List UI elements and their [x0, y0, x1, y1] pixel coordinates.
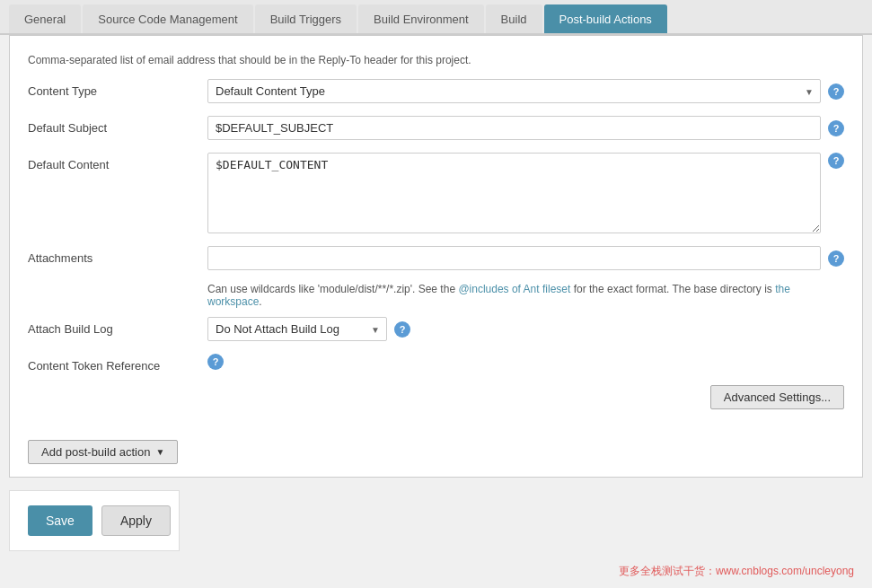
add-action-dropdown-icon: ▼ [155, 447, 164, 457]
content-type-label: Content Type [28, 79, 207, 98]
add-post-build-action-label: Add post-build action [41, 445, 150, 459]
tab-source-code-management[interactable]: Source Code Management [83, 4, 252, 33]
attach-build-log-select[interactable]: Do Not Attach Build Log Attach Build Log… [207, 317, 387, 341]
tab-build-environment[interactable]: Build Environment [358, 4, 484, 33]
default-content-field: $DEFAULT_CONTENT ? [207, 153, 844, 233]
attach-build-log-label: Attach Build Log [28, 317, 207, 336]
content-token-reference-label: Content Token Reference [28, 354, 207, 373]
tab-build-triggers[interactable]: Build Triggers [255, 4, 357, 33]
attach-build-log-field: Do Not Attach Build Log Attach Build Log… [207, 317, 844, 341]
default-subject-field: ? [207, 116, 844, 140]
attach-build-log-help-icon[interactable]: ? [394, 321, 410, 338]
attachments-hint: Can use wildcards like 'module/dist/**/*… [207, 283, 844, 308]
default-content-textarea[interactable]: $DEFAULT_CONTENT [207, 153, 821, 233]
tab-general[interactable]: General [9, 4, 81, 33]
default-subject-row: Default Subject ? [28, 116, 844, 140]
attachments-input[interactable] [207, 246, 821, 270]
advanced-settings-row: Advanced Settings... [28, 385, 844, 409]
attachments-hint-end: . [259, 295, 261, 308]
content-token-reference-field: ? [207, 354, 844, 370]
attachments-hint-text1: Can use wildcards like 'module/dist/**/*… [207, 283, 458, 295]
attach-build-log-select-wrapper: Do Not Attach Build Log Attach Build Log… [207, 317, 387, 341]
attachments-label: Attachments [28, 246, 207, 265]
attachments-help-icon[interactable]: ? [828, 250, 844, 267]
default-subject-label: Default Subject [28, 116, 207, 135]
content-token-reference-row: Content Token Reference ? [28, 354, 844, 373]
default-content-row: Default Content $DEFAULT_CONTENT ? [28, 153, 844, 233]
content-type-help-icon[interactable]: ? [828, 83, 844, 100]
footer-area: Save Apply [9, 490, 180, 551]
add-post-build-action-button[interactable]: Add post-build action ▼ [28, 440, 178, 464]
content-type-row: Content Type Default Content Type HTML P… [28, 79, 844, 103]
tab-build[interactable]: Build [486, 4, 542, 33]
tab-bar: General Source Code Management Build Tri… [0, 0, 872, 35]
add-action-row: Add post-build action ▼ [10, 431, 862, 477]
default-subject-input[interactable] [207, 116, 821, 140]
attach-build-log-row: Attach Build Log Do Not Attach Build Log… [28, 317, 844, 341]
attachments-field: ? [207, 246, 844, 270]
apply-button[interactable]: Apply [101, 505, 171, 536]
attachments-ant-link[interactable]: @includes of Ant fileset [458, 283, 570, 295]
main-content: Comma-separated list of email address th… [9, 35, 863, 478]
content-type-field: Default Content Type HTML Plain Text ▼ ? [207, 79, 844, 103]
info-text: Comma-separated list of email address th… [28, 47, 844, 66]
attachments-row: Attachments ? [28, 246, 844, 270]
content-token-reference-help-icon[interactable]: ? [207, 354, 224, 370]
advanced-settings-button[interactable]: Advanced Settings... [710, 385, 844, 409]
content-type-select-wrapper: Default Content Type HTML Plain Text ▼ [207, 79, 821, 103]
content-type-select[interactable]: Default Content Type HTML Plain Text [207, 79, 821, 103]
save-button[interactable]: Save [28, 505, 92, 536]
tab-post-build-actions[interactable]: Post-build Actions [544, 4, 667, 33]
attachments-hint-text2: for the exact format. The base directory… [570, 283, 775, 295]
default-subject-help-icon[interactable]: ? [828, 120, 844, 136]
default-content-label: Default Content [28, 153, 207, 171]
default-content-help-icon[interactable]: ? [828, 153, 844, 169]
